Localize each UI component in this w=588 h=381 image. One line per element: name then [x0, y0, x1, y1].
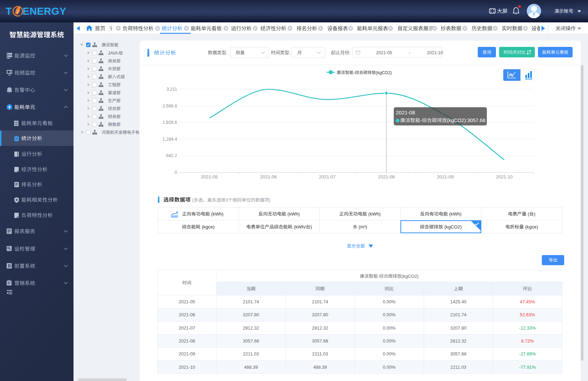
svg-text:-: - — [378, 274, 379, 279]
svg-text:(kWh): (kWh) — [368, 211, 380, 217]
svg-text:3207.80: 3207.80 — [243, 312, 259, 317]
svg-text:): ) — [534, 211, 535, 217]
svg-text:8.72%: 8.72% — [521, 338, 534, 344]
svg-text:3057.68: 3057.68 — [243, 338, 259, 344]
svg-text:2,568.8: 2,568.8 — [162, 104, 177, 108]
svg-text:-27.69%: -27.69% — [519, 351, 536, 357]
svg-text:-77.91%: -77.91% — [519, 365, 536, 370]
svg-text:(kWh): (kWh) — [449, 211, 461, 217]
svg-text:): ) — [310, 224, 312, 230]
svg-text:2021-06: 2021-06 — [179, 312, 195, 317]
svg-text:0.00%: 0.00% — [383, 312, 396, 317]
svg-text:1,284.4: 1,284.4 — [162, 137, 177, 142]
svg-text::: : — [289, 50, 290, 55]
svg-text:2211.03: 2211.03 — [312, 351, 328, 357]
svg-text:3,211: 3,211 — [167, 87, 177, 92]
svg-text:T: T — [6, 6, 12, 17]
svg-text:2812.32: 2812.32 — [312, 325, 328, 331]
svg-text:2812.32: 2812.32 — [243, 325, 259, 331]
svg-text:2101.74: 2101.74 — [450, 312, 466, 317]
svg-text:52.63%: 52.63% — [520, 312, 535, 317]
svg-text:(kgce): (kgce) — [202, 224, 215, 230]
svg-text:0.00%: 0.00% — [383, 325, 396, 331]
svg-text:-12.33%: -12.33% — [519, 325, 536, 331]
svg-text:0.00%: 0.00% — [383, 365, 396, 370]
svg-text:2021-09: 2021-09 — [179, 351, 195, 357]
svg-text:(kgCO2): (kgCO2) — [444, 224, 462, 230]
svg-text:3057.68: 3057.68 — [450, 351, 466, 357]
svg-text:): ) — [269, 197, 271, 203]
svg-text:2021-10: 2021-10 — [179, 365, 195, 370]
svg-text:(kWh/: (kWh/ — [294, 224, 306, 230]
svg-text:2021-07: 2021-07 — [319, 174, 336, 179]
svg-text:(kgCO2):3057.68: (kgCO2):3057.68 — [447, 118, 485, 123]
svg-text:-: - — [409, 50, 410, 55]
svg-text:2101.74: 2101.74 — [312, 299, 328, 304]
svg-text:2812.32: 2812.32 — [450, 338, 466, 344]
svg-text:3207.80: 3207.80 — [312, 312, 328, 317]
svg-text:1,926.6: 1,926.6 — [162, 120, 177, 125]
svg-text:2021-08: 2021-08 — [179, 338, 195, 344]
svg-text:3057.68: 3057.68 — [312, 338, 328, 344]
svg-text:488.39: 488.39 — [313, 365, 327, 370]
svg-text:(kWh): (kWh) — [211, 211, 223, 217]
svg-text:2021-05: 2021-05 — [201, 174, 218, 179]
svg-text:2211.03: 2211.03 — [243, 351, 259, 357]
svg-text:1425.40: 1425.40 — [450, 299, 466, 304]
svg-text:488.39: 488.39 — [244, 365, 258, 370]
svg-text:2021-10: 2021-10 — [427, 50, 443, 55]
svg-text:(kgce): (kgce) — [525, 224, 538, 230]
svg-text::: : — [349, 50, 351, 55]
svg-text:2021-08: 2021-08 — [378, 174, 395, 179]
svg-text:3: 3 — [225, 197, 228, 203]
svg-text:2021-05: 2021-05 — [179, 299, 195, 304]
svg-text:0.00%: 0.00% — [383, 338, 396, 344]
svg-text:(m³): (m³) — [359, 224, 367, 230]
svg-text:642.2: 642.2 — [166, 153, 177, 158]
svg-text:3207.80: 3207.80 — [450, 325, 466, 331]
svg-text:2021-07: 2021-07 — [179, 325, 195, 331]
svg-text:47.45%: 47.45% — [520, 299, 535, 304]
svg-text:2101.74: 2101.74 — [243, 299, 259, 304]
svg-text:-: - — [420, 118, 422, 123]
svg-text:(kgCO2): (kgCO2) — [402, 274, 419, 279]
svg-text:2211.03: 2211.03 — [450, 365, 466, 370]
svg-text:0.00%: 0.00% — [383, 299, 396, 304]
svg-text::: : — [226, 50, 227, 55]
svg-text:2021-10: 2021-10 — [496, 174, 513, 179]
svg-text:0: 0 — [175, 170, 177, 175]
svg-text:2021-09: 2021-09 — [437, 174, 454, 179]
svg-text:ENERGY: ENERGY — [23, 6, 66, 17]
svg-text:2021-06: 2021-06 — [260, 174, 277, 179]
svg-text:2021-05: 2021-05 — [376, 50, 392, 55]
svg-text:2021-08: 2021-08 — [396, 110, 415, 115]
svg-text:-: - — [354, 70, 355, 75]
svg-text:(: ( — [192, 197, 194, 203]
svg-text:(kgCO2): (kgCO2) — [376, 70, 392, 75]
svg-text:(kWh): (kWh) — [287, 211, 300, 217]
svg-text:JAVA: JAVA — [108, 51, 118, 56]
svg-text:(: ( — [528, 211, 530, 217]
svg-text:0.00%: 0.00% — [383, 351, 396, 357]
